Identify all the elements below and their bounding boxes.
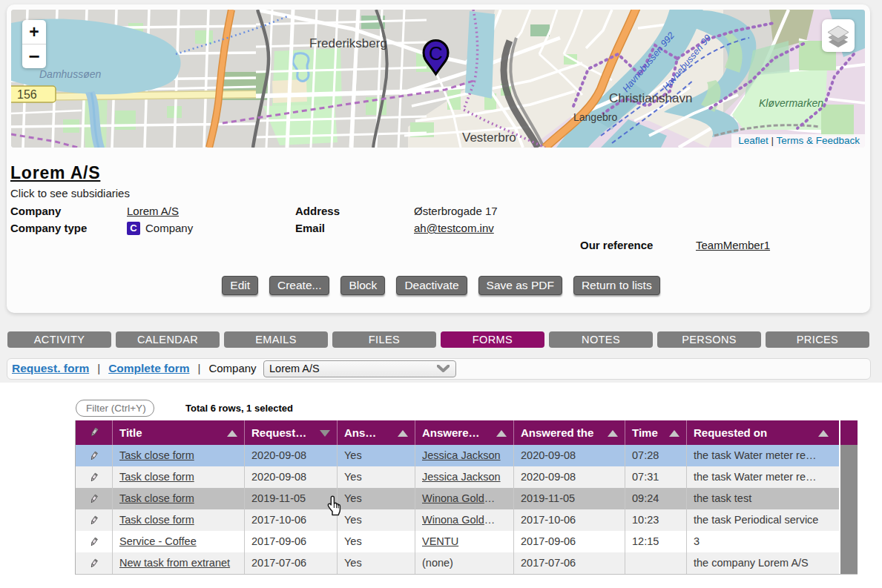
svg-text:C: C	[429, 42, 443, 65]
svg-text:Langebro: Langebro	[573, 111, 617, 123]
svg-text:Damhussøen: Damhussøen	[39, 68, 101, 80]
svg-text:Kløvermarken: Kløvermarken	[759, 97, 823, 109]
svg-text:156: 156	[17, 88, 37, 101]
svg-text:Christianshavn: Christianshavn	[609, 91, 692, 105]
svg-text:Frederiksberg: Frederiksberg	[309, 36, 387, 50]
svg-text:Vesterbro: Vesterbro	[462, 131, 516, 145]
